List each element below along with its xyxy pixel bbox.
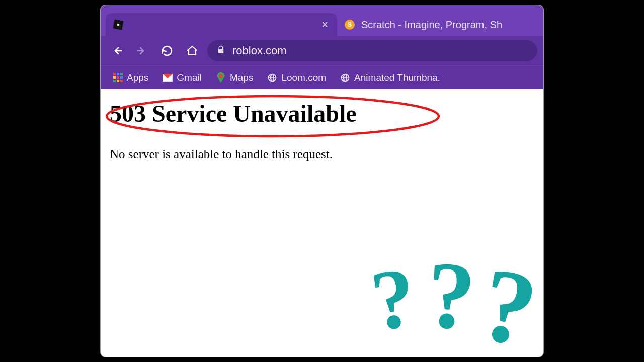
globe-icon xyxy=(340,73,350,83)
bookmark-apps[interactable]: Apps xyxy=(108,70,153,85)
bookmark-label: Maps xyxy=(230,72,253,83)
bookmark-maps[interactable]: Maps xyxy=(211,70,258,85)
question-mark-icon: ? xyxy=(425,254,477,346)
roblox-favicon-icon xyxy=(113,19,124,30)
bookmark-gmail[interactable]: Gmail xyxy=(157,70,207,85)
bookmark-label: Gmail xyxy=(177,72,202,83)
tab-strip: × S Scratch - Imagine, Program, Sh xyxy=(101,5,543,36)
browser-chrome: × S Scratch - Imagine, Program, Sh xyxy=(101,5,543,89)
bookmark-label: Loom.com xyxy=(281,72,326,83)
back-button[interactable] xyxy=(107,41,127,61)
scratch-favicon-icon: S xyxy=(344,19,355,30)
forward-button[interactable] xyxy=(132,41,152,61)
lock-icon xyxy=(216,44,225,57)
tab-title: Scratch - Imagine, Program, Sh xyxy=(361,19,502,31)
page-content: 503 Service Unavailable No server is ava… xyxy=(101,89,543,357)
address-url: roblox.com xyxy=(232,44,287,57)
bookmark-animated[interactable]: Animated Thumbna. xyxy=(335,70,445,85)
bookmark-label: Animated Thumbna. xyxy=(354,72,440,83)
close-tab-icon[interactable]: × xyxy=(321,19,328,30)
tab-inactive[interactable]: S Scratch - Imagine, Program, Sh xyxy=(337,13,511,36)
apps-grid-icon xyxy=(113,73,123,83)
home-button[interactable] xyxy=(182,41,202,61)
error-body: No server is available to handle this re… xyxy=(110,147,534,161)
question-mark-icon: ? xyxy=(367,260,422,355)
reload-button[interactable] xyxy=(157,41,177,61)
maps-pin-icon xyxy=(216,73,226,83)
browser-window: × S Scratch - Imagine, Program, Sh xyxy=(101,5,543,357)
gmail-icon xyxy=(163,73,173,83)
bookmark-label: Apps xyxy=(127,72,148,83)
address-bar[interactable]: roblox.com xyxy=(207,40,537,61)
bookmarks-bar: Apps Gmail Maps Loom.com Animated Th xyxy=(101,65,543,89)
bookmark-loom[interactable]: Loom.com xyxy=(262,70,331,85)
error-heading: 503 Service Unavailable xyxy=(110,100,534,127)
navigation-toolbar: roblox.com xyxy=(101,36,543,65)
globe-icon xyxy=(267,73,277,83)
tab-active[interactable]: × xyxy=(106,13,337,36)
question-marks-overlay: ? ? ? xyxy=(379,257,528,347)
question-mark-icon: ? xyxy=(475,258,542,355)
